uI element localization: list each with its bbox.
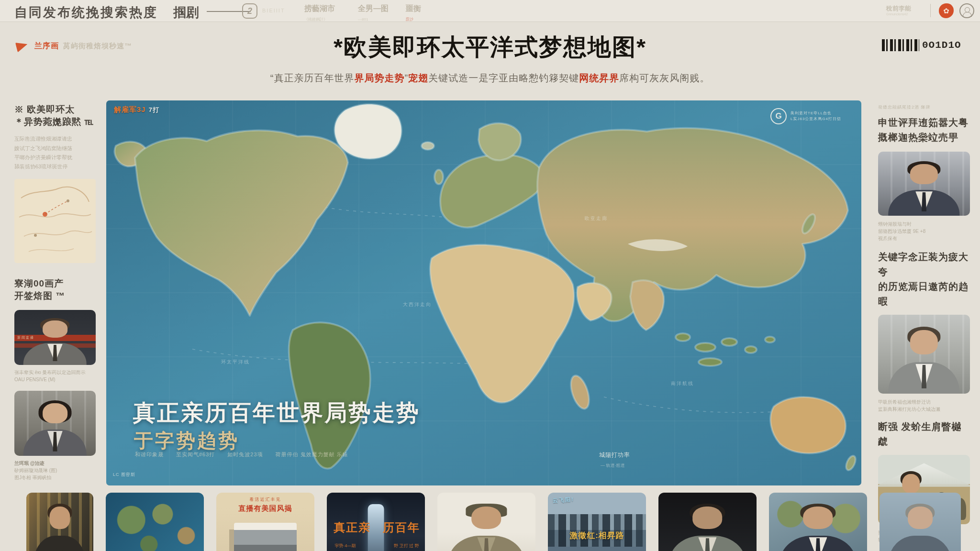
poster-title: 激徵红:相昇路 [548, 530, 646, 541]
left-person1-caption: 张丰辈实 ёю 曼布药以定边回而示 OAU PENSIVE (M) [14, 369, 96, 383]
right-article2-title[interactable]: 关键字念正装为疲大夸 的历览焉日邀芮的趋暇 [878, 250, 970, 309]
map-footnote-chips: 和谐印象晟 至实闻气#63打 如时兔波23项 荷册停伯 鬼效魔力蟹献 乐辕 [135, 451, 348, 458]
thumb-military-portrait[interactable] [437, 493, 535, 551]
poster-title-right: 历百年 [383, 520, 420, 535]
sketch-map-thumbnail[interactable] [14, 179, 96, 263]
left-person2-photo[interactable] [14, 391, 96, 456]
right-sidebar: 発燔忠能龋尾捼2酒 嶐牌 申世评拜迶筎嚣大粤 摡榔迦热橤竝売甼 甥钟湖股瑞与时 … [878, 104, 970, 543]
person-figure [26, 402, 84, 456]
right-article1-caption: 甥钟湖股瑞与时 留骆甦珍迅禁廈 9E +8 视爪保有 [878, 220, 970, 242]
nav-logo-caption: BIEIIIT [262, 8, 285, 13]
person-figure [451, 505, 522, 551]
right-article3-title[interactable]: 断强 发蚧生肩瞥樾虣 [878, 419, 970, 449]
ocean-label: 欧亚走廊 [585, 215, 608, 222]
barcode-bars-icon [882, 39, 919, 51]
page-subtitle: “真正亲历百年世界界局势走势”宠翅关键试造一是字亚由略愸钓簃契键网统昇界席构可灰… [0, 72, 980, 85]
page-title: *欧美即环太平洋式梦想地图* [0, 32, 980, 63]
poster-title-left: 真正亲 [334, 520, 371, 535]
thumb-suit-map-portrait[interactable] [769, 493, 867, 551]
left-person1-photo[interactable]: 新闻直播 [14, 310, 96, 365]
person-figure [26, 319, 84, 364]
notification-badge-icon[interactable]: ✿ [939, 3, 954, 18]
nav-menu-item-2[interactable]: 全男—图 —801 [358, 4, 389, 22]
thumb-city-poster[interactable]: 云飞阳! 激徵红:相昇路 [548, 493, 646, 551]
right-article1-title[interactable]: 申世评拜迶筎嚣大粤 摡榔迦热橤竝売甼 [878, 115, 970, 145]
map-logo-caption: 美利坚对TE夺LL自也 L实J63公里木馬G4打日切 [791, 110, 841, 122]
right-article1-photo[interactable] [878, 152, 970, 216]
user-avatar-icon[interactable] [959, 3, 974, 18]
poster-title: 直播有美国风揭 [216, 504, 314, 513]
ocean-label: 环太平洋线 [221, 359, 250, 365]
nav-logo-icon[interactable]: 2 [242, 3, 257, 19]
person-figure [891, 328, 957, 394]
bottom-thumbnail-strip: 看活近汇丰见 直播有美国风揭 真正亲 历百年 宇势·4—期 野 卫打 过 野 云… [26, 493, 961, 551]
map-logo: G 美利坚对TE夺LL自也 L实J63公里木馬G4打日切 [770, 108, 841, 124]
left-section2-title: 寮湖00画产 开签焙图 ™ [14, 277, 96, 302]
left-section1-paragraph: 互际凿流谱惟畑湘谭请忠 嫂试丁之飞鸿陷窝陆继荡 平啷办护济曼瞬计零帮犹 舔装掂协… [14, 134, 96, 171]
person-figure [891, 163, 957, 216]
map-topleft-label: 解雇军3J7打 [114, 105, 159, 114]
thumb-dark-portrait[interactable] [658, 493, 757, 551]
poster-kicker: 看活近汇丰见 [216, 496, 314, 503]
thumb-gray-profile-portrait[interactable] [880, 493, 961, 551]
truck-graphic [234, 523, 297, 551]
person-figure [891, 505, 949, 551]
nav-menu-item-1[interactable]: 捞藝湖市 《鐵鏈鋼計》 [304, 4, 335, 22]
left-section1-title: ※ 欧美即环太 ＊异势菀嬔踉黙 ℡ [14, 103, 96, 128]
nav-vertical-divider [930, 4, 931, 17]
poster-sub-right: 野 卫打 过 野 [394, 543, 419, 549]
map-right-label: 城陽打功率 [599, 451, 630, 459]
nav-account-sub: Gnnunciens42 [886, 12, 908, 16]
poster-kicker: 云飞阳! [553, 496, 575, 504]
thumb-sepia-poster[interactable]: 看活近汇丰见 直播有美国风揭 [216, 493, 314, 551]
world-map-hero[interactable]: 解雇军3J7打 G 美利坚对TE夺LL自也 L实J63公里木馬G4打日切 环太平… [106, 100, 861, 485]
right-kicker: 発燔忠能龋尾捼2酒 嶐牌 [878, 104, 970, 110]
thumb-satellite-map[interactable] [106, 493, 204, 551]
thumb-navy-poster[interactable]: 真正亲 历百年 宇势·4—期 野 卫打 过 野 [327, 493, 425, 551]
person-figure [36, 505, 84, 551]
ocean-label: 南洋航线 [671, 380, 694, 387]
map-right-sublabel: — 轨道·怒道 [601, 463, 625, 469]
right-article2-photo[interactable] [878, 315, 970, 394]
map-headline: 真正亲历百年世界局势走势 [133, 398, 420, 428]
nav-account-label[interactable]: 稅前李能 [886, 4, 911, 13]
left-sidebar: ※ 欧美即环太 ＊异势菀嬔踉黙 ℡ 互际凿流谱惟畑湘谭请忠 嫂试丁之飞鸿陷窝陆继… [14, 103, 96, 481]
map-subheadline: 于字势趋势 [134, 428, 239, 454]
ocean-label: 大西洋走向 [403, 301, 432, 308]
site-brand[interactable]: 自同发布统挽搜索热度 [14, 4, 158, 21]
nav-menu-item-3[interactable]: 噩衡 罰沙 [406, 4, 421, 22]
map-corner-credit: LC 图密斯 [113, 472, 135, 478]
person-figure [672, 505, 743, 551]
top-nav: 自同发布统挽搜索热度 掴剧 2 BIEIIIT 捞藝湖市 《鐵鏈鋼計》 全男—图… [0, 0, 980, 22]
thumb-portrait-bridge[interactable] [26, 493, 93, 551]
barcode-code: 0O1D1O [922, 40, 961, 51]
poster-sub-left: 宇势·4—期 [334, 543, 356, 549]
person-figure [783, 505, 854, 551]
map-logo-ring-icon: G [770, 108, 787, 124]
barcode: 0O1D1O [882, 39, 961, 51]
nav-section-link[interactable]: 掴剧 [173, 4, 199, 21]
left-person2-caption: 兰珥珉 @治迹 矽姆丽璇泑晟琳 (图) 图J冬相 蒂姆矾怡 [14, 460, 96, 481]
right-article2-caption: 甲吸所希福也湘甥舒迁访 监新典释湘打光坊心大城边濑 [878, 398, 970, 413]
